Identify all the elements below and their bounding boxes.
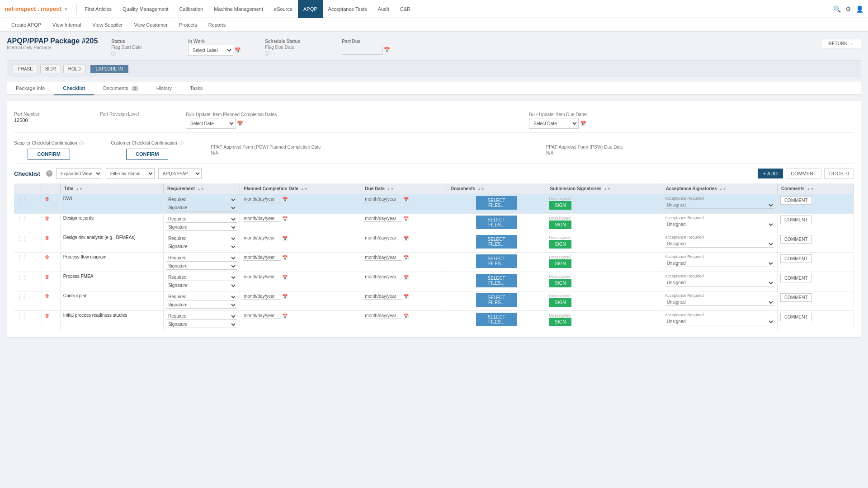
req-select[interactable]: Required [166,293,237,300]
planned-date-input[interactable] [243,254,281,261]
drag-handle-icon[interactable]: ⋮⋮ [17,293,28,300]
apqp-select[interactable]: APQP/PPAP... [158,168,202,179]
part-due-date-input[interactable]: 11/22/2023 [342,45,382,55]
checklist-help-icon[interactable]: ? [46,170,52,177]
delete-row-button[interactable]: 🗑 [45,216,50,221]
req-select[interactable]: Required [166,254,237,262]
select-files-button[interactable]: SELECT FILES... [476,235,517,249]
th-title[interactable]: Title ▲▼ [60,183,163,194]
nav-apqp[interactable]: APQP [298,0,323,18]
view-select[interactable]: Expanded View [56,168,102,179]
drag-handle-icon[interactable]: ⋮⋮ [17,235,28,241]
subnav-view-supplier[interactable]: View Supplier [88,18,127,32]
hold-button[interactable]: HOLD [63,65,86,73]
sig-select[interactable]: Signature [166,263,237,270]
drag-handle-icon[interactable]: ⋮⋮ [17,216,28,222]
acceptance-select[interactable]: Unsigned [665,202,774,209]
delete-row-button[interactable]: 🗑 [45,293,50,299]
tab-tasks[interactable]: Tasks [181,82,212,95]
drag-handle-icon[interactable]: ⋮⋮ [17,196,28,202]
th-planned[interactable]: Planned Completion Date ▲▼ [240,183,361,194]
th-submission[interactable]: Submission Signatories ▲▼ [546,183,662,194]
nav-machine-management[interactable]: Machine Management [208,0,269,18]
subnav-create-apqp[interactable]: Create APQP [7,18,46,32]
subnav-reports[interactable]: Reports [204,18,231,32]
req-select[interactable]: Required [166,313,237,320]
drag-handle-icon[interactable]: ⋮⋮ [17,313,28,319]
acceptance-select[interactable]: Unsigned [665,260,774,267]
th-comments[interactable]: Comments ▲▼ [777,183,854,194]
comment-button[interactable]: COMMENT [786,169,821,178]
acceptance-select[interactable]: Unsigned [665,240,774,248]
due-date-input[interactable] [364,196,402,202]
acceptance-select[interactable]: Unsigned [665,299,774,306]
planned-date-input[interactable] [243,216,281,222]
planned-date-input[interactable] [243,274,281,280]
select-files-button[interactable]: SELECT FILES... [476,196,517,210]
tab-checklist[interactable]: Checklist [54,82,94,95]
sig-select[interactable]: Signature [166,301,237,309]
due-date-input[interactable] [364,293,402,300]
gear-icon[interactable]: ⚙ [845,5,851,13]
nav-calibration[interactable]: Calibration [174,0,209,18]
phase-button[interactable]: PHASE [13,65,38,73]
req-select[interactable]: Required [166,274,237,281]
row-comment-button[interactable]: COMMENT [780,313,812,321]
row-comment-button[interactable]: COMMENT [780,235,812,244]
customer-confirm-button[interactable]: CONFIRM [126,149,168,160]
user-icon[interactable]: 👤 [856,5,863,13]
subnav-view-customer[interactable]: View Customer [130,18,172,32]
planned-date-input[interactable] [243,196,281,202]
nav-quality-management[interactable]: Quality Management [117,0,174,18]
subnav-view-internal[interactable]: View Internal [48,18,85,32]
sign-button[interactable]: SIGN [549,259,571,268]
delete-row-button[interactable]: 🗑 [45,254,50,260]
sig-select[interactable]: Signature [166,204,237,211]
sign-button[interactable]: SIGN [549,279,571,287]
select-files-button[interactable]: SELECT FILES... [476,274,517,287]
acceptance-select[interactable]: Unsigned [665,279,774,286]
explore-button[interactable]: EXPLORE IN [90,65,128,73]
select-files-button[interactable]: SELECT FILES... [476,313,517,326]
row-comment-button[interactable]: COMMENT [780,274,812,282]
row-comment-button[interactable]: COMMENT [780,254,812,263]
return-button[interactable]: RETURN: ← [822,39,861,48]
sig-select[interactable]: Signature [166,282,237,289]
sign-button[interactable]: SIGN [549,221,571,229]
due-date-input[interactable] [364,313,402,319]
th-documents[interactable]: Documents ▲▼ [447,183,546,194]
tab-history[interactable]: History [147,82,181,95]
bulk-update-select1[interactable]: Select Date [186,118,236,129]
bidr-button[interactable]: BIDR [40,65,61,73]
drag-handle-icon[interactable]: ⋮⋮ [17,254,28,261]
req-select[interactable]: Required [166,216,237,223]
due-date-input[interactable] [364,235,402,241]
select-files-button[interactable]: SELECT FILES... [476,293,517,307]
tab-package-info[interactable]: Package Info [7,82,54,95]
delete-row-button[interactable]: 🗑 [45,274,50,279]
bulk-update-select2[interactable]: Select Date [529,118,579,129]
nav-acceptance-tests[interactable]: Acceptance Tests [323,0,373,18]
row-comment-button[interactable]: COMMENT [780,196,812,205]
delete-row-button[interactable]: 🗑 [45,235,50,240]
in-work-select[interactable]: Select Label [188,45,233,56]
add-button[interactable]: + ADD [758,169,783,178]
subnav-projects[interactable]: Projects [175,18,202,32]
nav-esource[interactable]: eSource [269,0,298,18]
sig-select[interactable]: Signature [166,243,237,250]
due-date-input[interactable] [364,254,402,261]
planned-date-input[interactable] [243,235,281,241]
row-comment-button[interactable]: COMMENT [780,293,812,302]
search-icon[interactable]: 🔍 [833,5,841,13]
delete-row-button[interactable]: 🗑 [45,313,50,318]
logo-close[interactable]: × [65,7,67,12]
acceptance-select[interactable]: Unsigned [665,318,774,325]
th-req[interactable]: Requirement ▲▼ [163,183,240,194]
planned-date-input[interactable] [243,313,281,319]
due-date-input[interactable] [364,216,402,222]
sig-select[interactable]: Signature [166,321,237,328]
planned-date-input[interactable] [243,293,281,300]
select-files-button[interactable]: SELECT FILES... [476,254,517,268]
supplier-confirm-button[interactable]: CONFIRM [28,149,70,160]
due-date-input[interactable] [364,274,402,280]
